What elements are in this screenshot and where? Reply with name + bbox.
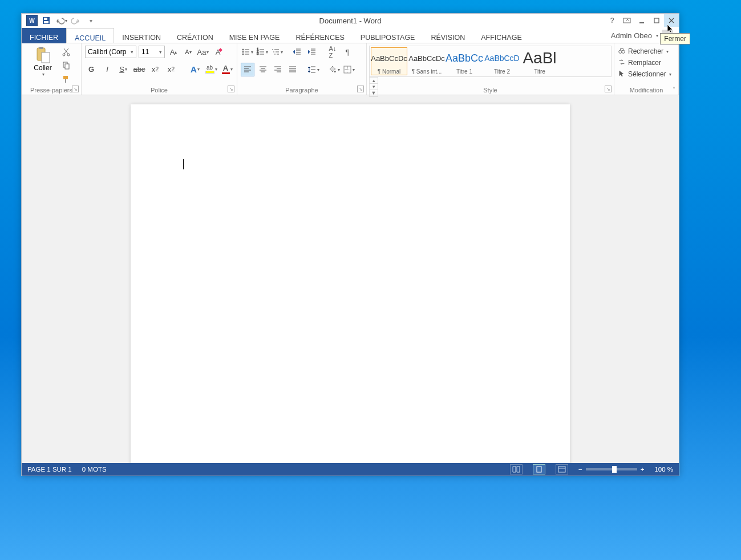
svg-point-23 bbox=[622, 50, 625, 53]
change-case-icon[interactable]: Aa▾ bbox=[197, 46, 209, 58]
style-sans-int[interactable]: AaBbCcDc¶ Sans int... bbox=[408, 47, 445, 75]
tab-file[interactable]: FICHIER bbox=[22, 28, 66, 45]
tab-creation[interactable]: CRÉATION bbox=[169, 28, 221, 45]
ribbon: Coller ▾ Presse-papiers ↘ Calibri (Corp▾… bbox=[22, 43, 679, 95]
svg-rect-24 bbox=[537, 466, 541, 472]
underline-button[interactable]: S▾ bbox=[117, 63, 129, 75]
svg-point-22 bbox=[619, 50, 622, 53]
group-editing: Rechercher▾ Remplacer Sélectionner▾ Modi… bbox=[614, 43, 679, 95]
word-count[interactable]: 0 MOTS bbox=[82, 466, 107, 473]
svg-rect-12 bbox=[65, 64, 69, 69]
line-spacing-icon[interactable]: ▾ bbox=[307, 63, 319, 76]
svg-point-16 bbox=[242, 51, 244, 52]
tab-publipostage[interactable]: PUBLIPOSTAGE bbox=[353, 28, 423, 45]
zoom-level[interactable]: 100 % bbox=[654, 466, 673, 473]
style-titre[interactable]: AaBlTitre bbox=[521, 47, 558, 75]
close-tooltip: Fermer bbox=[660, 33, 690, 44]
align-right-icon[interactable] bbox=[272, 63, 284, 76]
decrease-indent-icon[interactable] bbox=[291, 46, 303, 58]
zoom-out-icon[interactable]: − bbox=[578, 466, 582, 473]
text-cursor bbox=[183, 159, 184, 169]
justify-icon[interactable] bbox=[286, 63, 299, 76]
window-title: Document1 - Word bbox=[22, 17, 679, 25]
format-painter-icon[interactable] bbox=[60, 73, 72, 86]
font-dialog-launcher[interactable]: ↘ bbox=[228, 86, 234, 92]
multilevel-list-icon[interactable]: ▾ bbox=[270, 46, 283, 58]
svg-rect-7 bbox=[39, 47, 43, 49]
svg-rect-25 bbox=[558, 466, 565, 472]
bold-button[interactable]: G bbox=[85, 63, 98, 75]
numbering-icon[interactable]: 123▾ bbox=[256, 46, 268, 58]
strikethrough-button[interactable]: abc bbox=[133, 63, 145, 75]
tab-mise-en-page[interactable]: MISE EN PAGE bbox=[221, 28, 288, 45]
text-effects-icon[interactable]: A▾ bbox=[189, 63, 201, 75]
ribbon-tabs: FICHIER ACCUEIL INSERTION CRÉATION MISE … bbox=[22, 28, 679, 43]
style-group-label: Style bbox=[367, 87, 614, 94]
find-button[interactable]: Rechercher▾ bbox=[618, 46, 675, 57]
style-titre1[interactable]: AaBbCcTitre 1 bbox=[446, 47, 483, 75]
page[interactable] bbox=[131, 104, 570, 463]
zoom-in-icon[interactable]: + bbox=[641, 466, 645, 473]
paste-label: Coller bbox=[34, 64, 51, 72]
tab-insertion[interactable]: INSERTION bbox=[114, 28, 169, 45]
title-bar: W ▾ ▾ Document1 - Word ? bbox=[22, 14, 679, 28]
svg-rect-13 bbox=[63, 76, 68, 79]
paragraph-group-label: Paragraphe bbox=[237, 87, 366, 94]
style-titre2[interactable]: AaBbCcDTitre 2 bbox=[484, 47, 520, 75]
paragraph-dialog-launcher[interactable]: ↘ bbox=[357, 86, 364, 92]
highlight-icon[interactable]: ab▾ bbox=[205, 63, 217, 75]
cursor-icon bbox=[666, 24, 675, 35]
zoom-slider[interactable]: − + bbox=[578, 466, 644, 473]
style-dialog-launcher[interactable]: ↘ bbox=[605, 86, 612, 92]
style-normal[interactable]: AaBbCcDc¶ Normal bbox=[371, 47, 407, 75]
font-group-label: Police bbox=[82, 87, 237, 94]
web-layout-icon[interactable] bbox=[556, 464, 568, 474]
svg-point-15 bbox=[242, 49, 244, 50]
style-gallery: AaBbCcDc¶ Normal AaBbCcDc¶ Sans int... A… bbox=[369, 46, 612, 77]
user-name[interactable]: Admin Obeo bbox=[611, 31, 652, 40]
svg-text:3: 3 bbox=[257, 52, 259, 55]
increase-indent-icon[interactable] bbox=[306, 46, 318, 58]
tab-references[interactable]: RÉFÉRENCES bbox=[288, 28, 352, 45]
sort-icon[interactable]: A↓Z bbox=[326, 46, 339, 58]
cursor-select-icon bbox=[618, 70, 626, 79]
group-font: Calibri (Corp▾ 11▾ A▴ A▾ Aa▾ A◆ G I S▾ a… bbox=[82, 43, 237, 95]
read-mode-icon[interactable] bbox=[510, 464, 523, 474]
align-left-icon[interactable] bbox=[241, 63, 254, 76]
paste-button[interactable]: Coller ▾ bbox=[30, 46, 55, 86]
font-name-combo[interactable]: Calibri (Corp▾ bbox=[85, 46, 136, 58]
tab-revision[interactable]: RÉVISION bbox=[423, 28, 473, 45]
font-color-icon[interactable]: A▾ bbox=[221, 63, 233, 75]
shrink-font-icon[interactable]: A▾ bbox=[182, 46, 195, 58]
group-paragraph: ▾ 123▾ ▾ A↓Z ¶ ▾ ▾ ▾ Paragr bbox=[237, 43, 367, 95]
clipboard-dialog-launcher[interactable]: ↘ bbox=[72, 86, 79, 92]
grow-font-icon[interactable]: A▴ bbox=[167, 46, 180, 58]
superscript-button[interactable]: x2 bbox=[165, 63, 177, 75]
borders-icon[interactable]: ▾ bbox=[342, 63, 355, 76]
select-button[interactable]: Sélectionner▾ bbox=[618, 68, 675, 80]
page-indicator[interactable]: PAGE 1 SUR 1 bbox=[27, 466, 72, 473]
replace-button[interactable]: Remplacer bbox=[618, 57, 675, 68]
font-size-combo[interactable]: 11▾ bbox=[139, 46, 165, 58]
binoculars-icon bbox=[618, 47, 626, 56]
show-marks-icon[interactable]: ¶ bbox=[341, 46, 354, 58]
copy-icon[interactable] bbox=[60, 59, 72, 72]
shading-icon[interactable]: ▾ bbox=[327, 63, 340, 76]
editing-group-label: Modification bbox=[614, 87, 678, 94]
document-area[interactable] bbox=[22, 95, 679, 463]
bullets-icon[interactable]: ▾ bbox=[241, 46, 253, 58]
italic-button[interactable]: I bbox=[101, 63, 114, 75]
group-clipboard: Coller ▾ Presse-papiers ↘ bbox=[22, 43, 82, 95]
group-styles: AaBbCcDc¶ Normal AaBbCcDc¶ Sans int... A… bbox=[367, 43, 614, 95]
print-layout-icon[interactable] bbox=[533, 464, 545, 474]
replace-icon bbox=[618, 58, 626, 68]
clear-formatting-icon[interactable]: A◆ bbox=[212, 46, 224, 58]
word-window: W ▾ ▾ Document1 - Word ? bbox=[21, 13, 679, 476]
subscript-button[interactable]: x2 bbox=[149, 63, 161, 75]
tab-affichage[interactable]: AFFICHAGE bbox=[473, 28, 530, 45]
svg-point-17 bbox=[242, 54, 244, 55]
cut-icon[interactable] bbox=[60, 46, 72, 58]
svg-rect-14 bbox=[65, 79, 66, 83]
collapse-ribbon-icon[interactable]: ˄ bbox=[673, 86, 675, 92]
align-center-icon[interactable] bbox=[257, 63, 269, 76]
